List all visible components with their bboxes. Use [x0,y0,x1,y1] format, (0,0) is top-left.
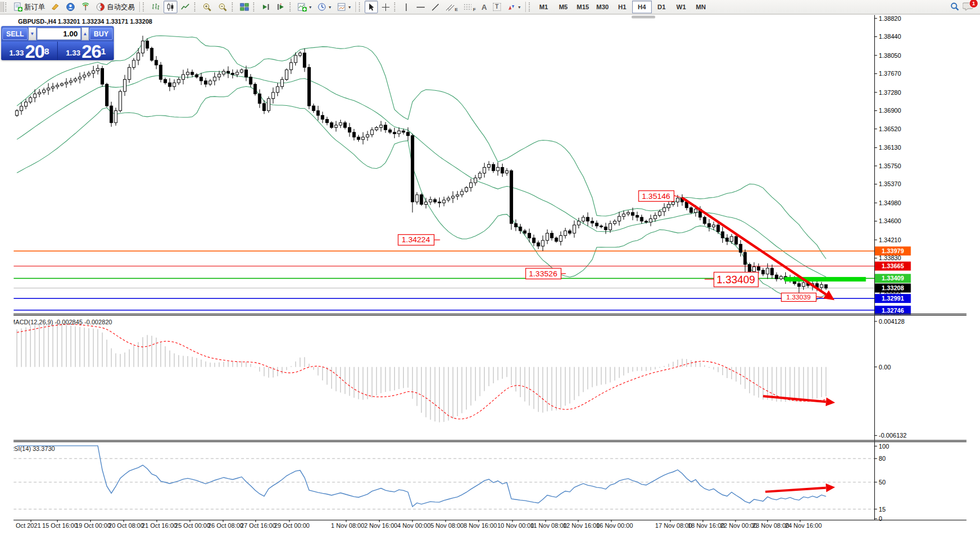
toolbar-drag-handle[interactable] [394,2,398,12]
clipped-icon [0,2,4,12]
notification-badge: 1 [969,0,978,8]
timeframe-m30[interactable]: M30 [593,1,612,13]
search-button[interactable] [947,1,962,13]
timeframe-mn[interactable]: MN [691,1,711,13]
macd-label: MACD(12,26,9) -0.002845 -0.002820 [10,319,113,325]
indicators-button[interactable]: ▾ [295,1,314,13]
vertical-line-button[interactable] [400,1,413,13]
timeframe-h4[interactable]: H4 [632,1,652,13]
one-click-trading-panel: SELL ▼ ▲ BUY 1.33 20 8 1.33 26 1 [1,26,114,60]
toolbar-drag-handle[interactable] [143,2,147,12]
svg-text:80: 80 [879,455,886,462]
volume-increase-stepper[interactable]: ▲ [81,27,90,40]
signal-button[interactable] [79,1,92,13]
chart-ohlc-title: GBPUSD-,H4 1.33201 1.33234 1.33171 1.332… [18,18,152,25]
toolbar-group-windows [231,0,252,14]
toolbar-group-cursor [358,0,393,14]
text-button[interactable]: A [479,1,489,13]
svg-text:1.36520: 1.36520 [879,125,901,132]
timeframe-m15[interactable]: M15 [573,1,593,13]
toolbar-separator [355,2,356,12]
timeframe-d1[interactable]: D1 [652,1,671,13]
chart-scrollbar-thumb[interactable] [632,16,655,18]
svg-text:1.38050: 1.38050 [879,52,901,59]
svg-text:17 Nov 08:00: 17 Nov 08:00 [655,522,692,529]
svg-text:1.38440: 1.38440 [879,33,901,40]
auto-scroll-button[interactable] [259,1,273,13]
svg-text:2 Nov 16:00: 2 Nov 16:00 [364,522,398,529]
gold-tool-icon [51,2,60,12]
crosshair-button[interactable] [379,1,392,13]
timeframe-m1[interactable]: M1 [534,1,554,13]
support-zone-band[interactable] [785,277,866,282]
annotation-1.33526[interactable]: 1.33526 [526,268,566,279]
volume-input[interactable] [37,28,81,40]
bar-chart-button[interactable] [149,1,162,13]
text-a-icon: A [481,3,487,12]
period-button[interactable]: ▾ [315,1,333,13]
sell-button[interactable]: SELL [2,28,28,40]
dropdown-caret-icon: ▾ [518,5,521,10]
svg-text:20 Oct 08:00: 20 Oct 08:00 [109,522,144,529]
metaeditor-button[interactable] [49,1,62,13]
autotrading-button[interactable]: 自动交易 [94,1,137,13]
toolbar-drag-handle[interactable] [5,2,9,12]
candlestick-chart-button[interactable] [164,1,177,13]
chart-surface[interactable]: 1.351461.342241.335261.334091.33039GBPUS… [0,15,980,544]
buy-button[interactable]: BUY [90,28,113,40]
equidistant-channel-button[interactable]: E [443,1,460,13]
tile-windows-button[interactable] [237,1,251,13]
ask-price-display[interactable]: 1.33 26 1 [58,42,114,60]
cursor-button[interactable] [365,1,378,13]
bid-price-display[interactable]: 1.33 20 8 [1,42,58,60]
svg-text:4 Nov 00:00: 4 Nov 00:00 [398,522,431,529]
messenger-icon [66,2,75,12]
toolbar-drag-handle[interactable] [194,2,198,12]
template-button[interactable]: ▾ [335,1,353,13]
svg-text:22 Nov 00:00: 22 Nov 00:00 [721,522,758,529]
toolbar-drag-handle[interactable] [232,2,236,12]
svg-text:1.33409: 1.33409 [717,273,755,286]
trendline-button[interactable] [429,1,442,13]
svg-text:8 Nov 16:00: 8 Nov 16:00 [463,522,497,529]
new-order-icon [13,2,23,12]
top-toolbar: 新订单 自动交易 ▾ ▾ [0,0,980,14]
arrows-button[interactable]: ▾ [504,1,523,13]
timeframe-m5[interactable]: M5 [554,1,573,13]
svg-text:1.37280: 1.37280 [879,89,901,96]
timeframe-w1[interactable]: W1 [671,1,691,13]
community-button[interactable] [64,1,77,13]
timeframe-h1[interactable]: H1 [612,1,632,13]
svg-text:1.35750: 1.35750 [879,162,901,169]
svg-text:11 Nov 08:00: 11 Nov 08:00 [530,522,567,529]
svg-text:1.33208: 1.33208 [882,284,904,291]
chart-shift-button[interactable] [274,1,288,13]
text-label-button[interactable]: T [491,1,503,13]
toolbar-drag-handle[interactable] [289,2,294,12]
svg-text:18 Nov 16:00: 18 Nov 16:00 [688,522,725,529]
fibonacci-button[interactable]: F [461,1,478,13]
toolbar-drag-handle[interactable] [529,2,533,12]
annotation-1.33039[interactable]: 1.33039 [781,293,822,302]
svg-text:1.32991: 1.32991 [882,295,904,302]
volume-decrease-stepper[interactable]: ▼ [28,27,36,40]
annotation-1.34224[interactable]: 1.34224 [398,235,440,245]
line-chart-button[interactable] [179,1,192,13]
svg-text:10 Nov 00:00: 10 Nov 00:00 [498,522,534,529]
zoom-in-button[interactable] [200,1,214,13]
zoom-out-button[interactable] [216,1,230,13]
notifications-button[interactable]: 1 [963,1,974,13]
svg-text:1.34980: 1.34980 [879,199,901,206]
svg-text:1.33830: 1.33830 [879,254,901,261]
toolbar-group-profiles: ▾ ▾ ▾ [288,0,354,14]
svg-text:0: 0 [879,515,882,522]
toolbar-drag-handle[interactable] [253,2,257,12]
svg-text:1.36900: 1.36900 [879,107,901,114]
new-order-button[interactable]: 新订单 [11,1,47,13]
signal-icon [81,2,90,12]
toolbar-group-right: 1 [946,0,980,14]
svg-text:1 Nov 08:00: 1 Nov 08:00 [331,522,365,529]
svg-text:1.33665: 1.33665 [882,262,904,269]
horizontal-line-button[interactable] [414,1,428,13]
toolbar-drag-handle[interactable] [359,2,363,12]
